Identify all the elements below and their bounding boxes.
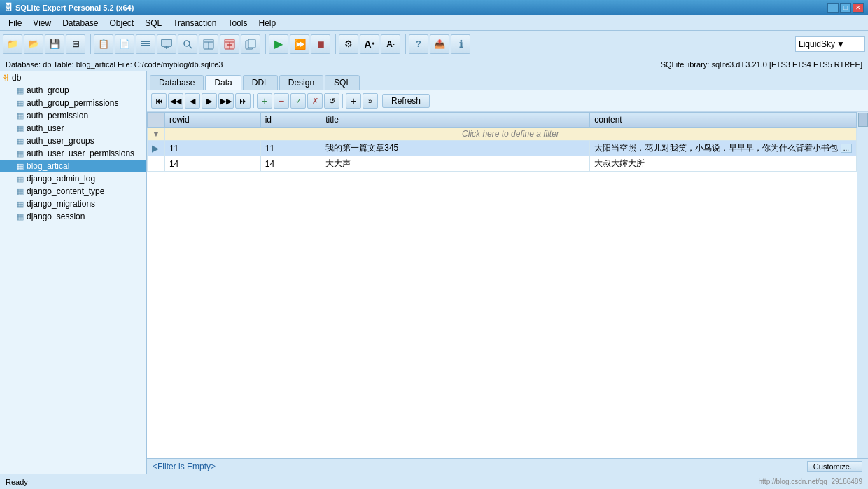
close-button[interactable]: ✕ (853, 3, 864, 13)
cell-rowid[interactable]: 11 (164, 141, 260, 156)
tab-sql[interactable]: SQL (325, 75, 360, 90)
toolbar-new-db[interactable]: 📁 (3, 34, 22, 54)
toolbar-paste[interactable]: 📄 (115, 34, 134, 54)
database-icon: 🗄 (1, 74, 9, 82)
theme-dropdown[interactable]: LiquidSky ▼ (795, 36, 865, 52)
menu-tools[interactable]: Tools (222, 17, 253, 29)
sep4 (403, 34, 406, 54)
th-id-label: id (265, 115, 272, 125)
main-toolbar: 📁 📂 💾 ⊟ 📋 📄 ▶ ⏩ ⏹ ⚙ A+ A- ? 📤 ℹ LiquidSk… (0, 31, 868, 57)
tab-ddl[interactable]: DDL (243, 75, 278, 90)
table-label: django_content_type (27, 186, 104, 196)
sidebar-item-auth-group[interactable]: ▦ auth_group (0, 84, 146, 97)
toolbar-save[interactable]: 💾 (45, 34, 64, 54)
table-row[interactable]: ▶ 11 11 我的第一篇文章345 太阳当空照，花儿对我笑，小鸟说，早早早，你… (148, 141, 857, 156)
db-path-info: Database: db Table: blog_artical File: C… (6, 60, 223, 69)
sep1 (88, 34, 91, 54)
filter-add-button[interactable]: + (346, 93, 361, 109)
prev-page-button[interactable]: ◀◀ (168, 93, 183, 109)
cell-id[interactable]: 11 (260, 141, 321, 156)
cell-title[interactable]: 大大声 (321, 156, 590, 172)
svg-line-5 (189, 46, 192, 48)
cell-content[interactable]: 太阳当空照，花儿对我笑，小鸟说，早早早，你为什么背着小书包 ... (590, 141, 857, 156)
minimize-button[interactable]: ─ (827, 3, 839, 13)
right-scrollbar[interactable] (857, 112, 868, 458)
sidebar-db-root[interactable]: 🗄 db (0, 71, 146, 84)
tab-data[interactable]: Data (205, 75, 241, 90)
menu-sql[interactable]: SQL (139, 17, 167, 29)
data-table: rowid id title content (147, 112, 857, 172)
svg-rect-0 (141, 43, 150, 44)
last-record-button[interactable]: ⏭ (235, 93, 251, 109)
sidebar-item-auth-group-permissions[interactable]: ▦ auth_group_permissions (0, 97, 146, 109)
table-icon: ▦ (17, 200, 24, 209)
th-rowid[interactable]: rowid (164, 113, 260, 128)
toolbar-search[interactable] (178, 34, 197, 54)
sidebar-item-auth-user-groups[interactable]: ▦ auth_user_groups (0, 135, 146, 147)
toolbar-open[interactable]: 📂 (24, 34, 43, 54)
first-record-button[interactable]: ⏮ (151, 93, 167, 109)
toolbar-add-table[interactable] (199, 34, 218, 54)
table-row[interactable]: 14 14 大大声 大叔大婶大所 (148, 156, 857, 172)
filter-text[interactable]: Click here to define a filter (164, 128, 856, 141)
table-label: blog_artical (27, 161, 69, 171)
sidebar-item-django-migrations[interactable]: ▦ django_migrations (0, 198, 146, 210)
th-id[interactable]: id (260, 113, 321, 128)
tab-database[interactable]: Database (150, 75, 204, 90)
main-layout: 🗄 db ▦ auth_group ▦ auth_group_permissio… (0, 71, 868, 474)
table-label: django_admin_log (27, 174, 95, 184)
add-row-button[interactable]: + (257, 93, 272, 109)
filter-row[interactable]: ▼ Click here to define a filter (148, 128, 857, 141)
row-arrow-icon: ▶ (152, 144, 158, 153)
menu-object[interactable]: Object (104, 17, 140, 29)
title-bar-content: 🗄 SQLite Expert Personal 5.2 (x64) (4, 3, 134, 13)
sidebar-item-blog-artical[interactable]: ▦ blog_artical (0, 160, 146, 172)
sidebar-item-auth-user-user-permissions[interactable]: ▦ auth_user_user_permissions (0, 147, 146, 160)
th-content[interactable]: content (590, 113, 857, 128)
toolbar-stop[interactable]: ⏹ (311, 34, 330, 54)
prev-record-button[interactable]: ◀ (185, 93, 200, 109)
toolbar-export[interactable]: 📤 (430, 34, 449, 54)
reload-button[interactable]: ↺ (324, 93, 340, 109)
toolbar-copy[interactable]: 📋 (94, 34, 113, 54)
next-record-button[interactable]: ▶ (202, 93, 217, 109)
svg-point-4 (184, 41, 190, 46)
sidebar-item-auth-permission[interactable]: ▦ auth_permission (0, 109, 146, 122)
toolbar-help[interactable]: ? (409, 34, 428, 54)
toolbar-font-large[interactable]: A+ (360, 34, 379, 54)
sidebar-item-django-session[interactable]: ▦ django_session (0, 210, 146, 223)
toolbar-close[interactable]: ⊟ (66, 34, 85, 54)
filter-more-button[interactable]: » (363, 93, 378, 109)
toolbar-font-small[interactable]: A- (381, 34, 400, 54)
commit-button[interactable]: ✓ (290, 93, 306, 109)
next-page-button[interactable]: ▶▶ (218, 93, 234, 109)
toolbar-copy-table[interactable] (241, 34, 260, 54)
customize-button[interactable]: Customize... (807, 461, 862, 472)
toolbar-import[interactable] (157, 34, 176, 54)
toolbar-skip[interactable]: ⏩ (290, 34, 309, 54)
refresh-button[interactable]: Refresh (382, 94, 430, 108)
menu-transaction[interactable]: Transaction (167, 17, 222, 29)
th-title[interactable]: title (321, 113, 590, 128)
cell-rowid[interactable]: 14 (164, 156, 260, 172)
menu-help[interactable]: Help (253, 17, 281, 29)
cell-content[interactable]: 大叔大婶大所 (590, 156, 857, 172)
cell-title[interactable]: 我的第一篇文章345 (321, 141, 590, 156)
toolbar-tools[interactable] (136, 34, 155, 54)
menu-file[interactable]: File (3, 17, 27, 29)
toolbar-info[interactable]: ℹ (451, 34, 470, 54)
sidebar-item-django-admin-log[interactable]: ▦ django_admin_log (0, 172, 146, 185)
ellipsis-button[interactable]: ... (841, 144, 852, 153)
menu-database[interactable]: Database (57, 17, 104, 29)
sidebar-item-django-content-type[interactable]: ▦ django_content_type (0, 185, 146, 198)
toolbar-run[interactable]: ▶ (269, 34, 288, 54)
cell-id[interactable]: 14 (260, 156, 321, 172)
tab-design[interactable]: Design (279, 75, 323, 90)
rollback-button[interactable]: ✗ (307, 93, 323, 109)
toolbar-settings[interactable]: ⚙ (339, 34, 358, 54)
menu-view[interactable]: View (27, 17, 57, 29)
maximize-button[interactable]: □ (840, 3, 851, 13)
sidebar-item-auth-user[interactable]: ▦ auth_user (0, 122, 146, 135)
toolbar-del-table[interactable] (220, 34, 239, 54)
delete-row-button[interactable]: − (274, 93, 289, 109)
